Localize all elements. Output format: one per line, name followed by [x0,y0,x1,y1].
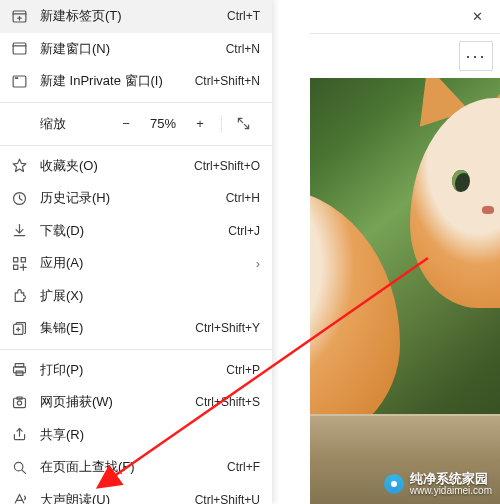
browser-main-menu: 新建标签页(T) Ctrl+T 新建窗口(N) Ctrl+N 新建 InPriv… [0,0,272,504]
fullscreen-icon [235,115,252,132]
print-icon [11,361,28,378]
menu-label: 在页面上查找(F) [40,458,215,476]
menu-label: 大声朗读(U) [40,491,183,504]
toolbar-row: ··· [310,34,500,78]
menu-item-new-tab[interactable]: 新建标签页(T) Ctrl+T [0,0,272,33]
menu-label: 收藏夹(O) [40,157,182,175]
web-capture-icon [11,394,28,411]
menu-label: 新建 InPrivate 窗口(I) [40,72,183,90]
inprivate-icon [11,73,28,90]
divider [221,115,222,133]
read-aloud-icon [11,491,28,504]
window-titlebar: ✕ [310,0,500,34]
extensions-icon [11,287,28,304]
menu-label: 扩展(X) [40,287,260,305]
menu-shortcut: Ctrl+N [226,42,260,56]
plus-icon: + [196,116,204,131]
toolbar-more-button[interactable]: ··· [459,41,493,71]
menu-label: 新建窗口(N) [40,40,214,58]
apps-icon [11,255,28,272]
menu-separator [0,102,272,103]
menu-item-downloads[interactable]: 下载(D) Ctrl+J [0,215,272,248]
menu-label: 应用(A) [40,254,238,272]
svg-rect-15 [21,257,25,261]
more-icon: ··· [465,46,486,67]
menu-label: 打印(P) [40,361,214,379]
menu-shortcut: Ctrl+Shift+Y [195,321,260,335]
zoom-value: 75% [143,116,183,131]
menu-shortcut: Ctrl+T [227,9,260,23]
menu-item-new-window[interactable]: 新建窗口(N) Ctrl+N [0,33,272,66]
zoom-out-button[interactable]: − [109,109,143,139]
menu-item-print[interactable]: 打印(P) Ctrl+P [0,354,272,387]
svg-line-9 [244,124,248,128]
menu-label: 历史记录(H) [40,189,214,207]
menu-shortcut: Ctrl+Shift+N [195,74,260,88]
svg-line-30 [22,470,25,473]
menu-shortcut: Ctrl+J [228,224,260,238]
svg-rect-14 [14,257,18,261]
menu-label: 新建标签页(T) [40,7,215,25]
find-icon [11,459,28,476]
menu-item-new-inprivate[interactable]: 新建 InPrivate 窗口(I) Ctrl+Shift+N [0,65,272,98]
menu-item-find[interactable]: 在页面上查找(F) Ctrl+F [0,451,272,484]
minus-icon: − [122,116,130,131]
page-content-image [310,78,500,504]
svg-rect-23 [14,367,26,373]
zoom-in-button[interactable]: + [183,109,217,139]
menu-label: 共享(R) [40,426,260,444]
downloads-icon [11,222,28,239]
menu-item-apps[interactable]: 应用(A) › [0,247,272,280]
history-icon [11,190,28,207]
svg-rect-16 [14,265,18,269]
svg-point-26 [17,401,21,405]
collections-icon [11,320,28,337]
menu-shortcut: Ctrl+H [226,191,260,205]
menu-item-read-aloud[interactable]: 大声朗读(U) Ctrl+Shift+U [0,484,272,505]
close-icon: ✕ [472,9,483,24]
new-window-icon [11,40,28,57]
menu-separator [0,349,272,350]
svg-point-29 [14,462,23,471]
watermark: 纯净系统家园 www.yidaimei.com [384,472,492,496]
watermark-name: 纯净系统家园 [410,472,492,485]
new-tab-icon [11,8,28,25]
menu-item-collections[interactable]: 集锦(E) Ctrl+Shift+Y [0,312,272,345]
watermark-logo-icon [384,474,404,494]
menu-item-extensions[interactable]: 扩展(X) [0,280,272,313]
menu-item-share[interactable]: 共享(R) [0,419,272,452]
menu-item-web-capture[interactable]: 网页捕获(W) Ctrl+Shift+S [0,386,272,419]
menu-shortcut: Ctrl+Shift+U [195,493,260,504]
share-icon [11,426,28,443]
menu-shortcut: Ctrl+Shift+O [194,159,260,173]
browser-window-partial: ✕ ··· [310,0,500,504]
svg-line-8 [238,118,242,122]
svg-rect-4 [13,43,26,54]
zoom-label: 缩放 [40,115,66,133]
window-close-button[interactable]: ✕ [454,0,500,34]
chevron-right-icon: › [256,256,260,271]
watermark-url: www.yidaimei.com [410,485,492,496]
menu-item-favorites[interactable]: 收藏夹(O) Ctrl+Shift+O [0,150,272,183]
menu-shortcut: Ctrl+Shift+S [195,395,260,409]
menu-item-history[interactable]: 历史记录(H) Ctrl+H [0,182,272,215]
menu-separator [0,145,272,146]
menu-label: 网页捕获(W) [40,393,183,411]
favorites-icon [11,157,28,174]
fullscreen-button[interactable] [226,109,260,139]
svg-marker-10 [13,159,26,171]
menu-item-zoom: 缩放 − 75% + [0,107,272,141]
svg-rect-7 [15,77,18,79]
menu-shortcut: Ctrl+F [227,460,260,474]
menu-label: 集锦(E) [40,319,183,337]
menu-shortcut: Ctrl+P [226,363,260,377]
menu-label: 下载(D) [40,222,216,240]
